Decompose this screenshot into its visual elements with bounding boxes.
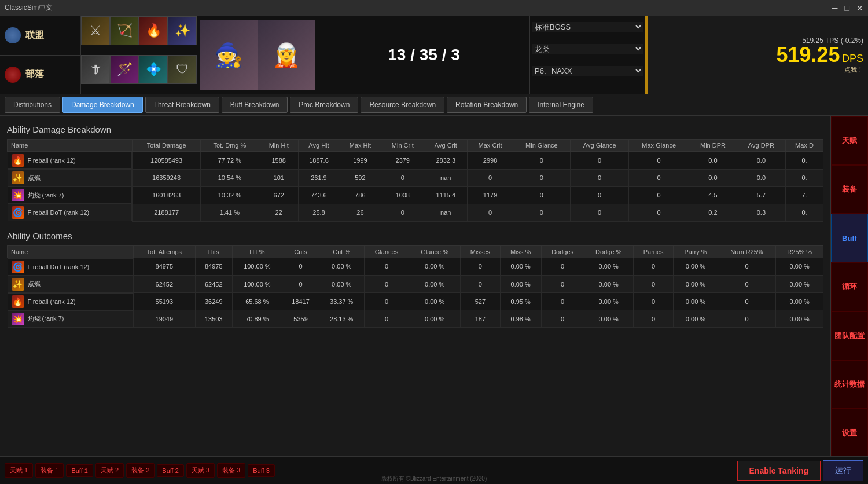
out-row-cell: 0 (282, 258, 319, 276)
row-cell: 10.32 % (200, 186, 259, 204)
minimize-button[interactable]: ─ (832, 3, 838, 13)
phase-select[interactable]: P6、NAXX (532, 66, 643, 76)
close-button[interactable]: ✕ (856, 3, 863, 13)
out-row-cell: 527 (460, 293, 500, 310)
row-name: 💥 灼烧 (rank 7) (8, 186, 133, 204)
out-row-cell: 84975 (133, 258, 195, 276)
tab-distributions[interactable]: Distributions (5, 97, 60, 113)
row-cell: 26 (339, 204, 381, 221)
alliance-button[interactable]: 联盟 (0, 16, 80, 56)
ability-outcomes-table: Name Tot. Attemps Hits Hit % Crits Crit … (7, 245, 823, 328)
skill-icon-fire[interactable]: 🔥 (139, 16, 168, 45)
out-row-cell: 0.00 % (584, 276, 633, 293)
sidebar-stats-btn[interactable]: 统计数据 (831, 360, 868, 409)
skill-icon-bow[interactable]: 🏹 (110, 16, 139, 45)
row-name: 🔥 Fireball (rank 12) (8, 152, 133, 169)
sidebar-buff-btn[interactable]: Buff (831, 214, 868, 262)
talent1-btn[interactable]: 天赋 1 (5, 463, 33, 478)
out-col-parries: Parries (633, 245, 674, 258)
boss-type-select[interactable]: 标准BOSS (532, 22, 643, 32)
skill-icon-wand[interactable]: 🪄 (110, 55, 139, 84)
skill-icon-shield[interactable]: 🛡 (168, 55, 197, 84)
out-row-name: ✨ 点燃 (8, 276, 133, 293)
row-cell: 16018263 (133, 186, 200, 204)
talent3-btn[interactable]: 天赋 3 (186, 463, 215, 478)
row-cell: 2998 (468, 152, 513, 170)
out-row-cell: 0.00 % (319, 258, 364, 276)
sidebar-equip-btn[interactable]: 装备 (831, 165, 868, 214)
out-row-cell: 0 (364, 258, 409, 276)
dps-panel[interactable]: 519.25 TPS (-0.2%) 519.25 DPS 点我！ (645, 16, 868, 94)
class-type-select[interactable]: 龙类 (532, 44, 643, 54)
row-cell: 672 (259, 186, 299, 204)
app-title: ClassicSim中文 (5, 3, 53, 13)
row-cell: 1179 (468, 186, 513, 204)
out-row-cell: 0 (282, 276, 319, 293)
skill-icon-sword[interactable]: ⚔ (81, 16, 110, 45)
tab-internal-engine[interactable]: Internal Engine (529, 97, 593, 113)
out-row-cell: 0 (541, 258, 584, 276)
buff3-btn[interactable]: Buff 3 (248, 464, 275, 477)
ability-icon: 🌀 (12, 206, 24, 219)
horde-button[interactable]: 部落 (0, 56, 80, 94)
sidebar-cycle-btn[interactable]: 循环 (831, 262, 868, 311)
dps-unit: DPS (842, 53, 863, 64)
portrait-face-1: 🧙 (200, 20, 258, 90)
run-button[interactable]: 运行 (823, 460, 863, 481)
enable-tanking-button[interactable]: Enable Tanking (737, 461, 821, 481)
equip1-btn[interactable]: 装备 1 (35, 463, 64, 478)
row-cell: 743.6 (299, 186, 339, 204)
sidebar-talent-btn[interactable]: 天赋 (831, 116, 868, 165)
out-row-cell: 0.00 % (776, 258, 823, 276)
out-row-cell: 13503 (195, 310, 232, 328)
buff1-btn[interactable]: Buff 1 (66, 464, 93, 477)
out-row-cell: 62452 (195, 276, 232, 293)
sidebar-team-btn[interactable]: 团队配置 (831, 311, 868, 360)
skill-icon-staff[interactable]: ✨ (168, 16, 197, 45)
row-cell: 1008 (381, 186, 424, 204)
skill-row-1: ⚔ 🏹 🔥 ✨ (81, 16, 197, 55)
tab-threat-breakdown[interactable]: Threat Breakdown (145, 97, 219, 113)
dps-click-label: 点我！ (652, 65, 863, 74)
out-row-cell: 0.00 % (584, 258, 633, 276)
ability-name: Fireball (rank 12) (28, 157, 76, 164)
ability-damage-row: ✨ 点燃 1635924310.54 %101261.95920nan00000… (8, 169, 823, 186)
skill-icon-magic[interactable]: 💠 (139, 55, 168, 84)
out-row-cell: 65.68 % (232, 293, 282, 310)
tab-rotation-breakdown[interactable]: Rotation Breakdown (447, 97, 527, 113)
out-col-parry-pct: Parry % (674, 245, 718, 258)
horde-label: 部落 (25, 68, 44, 80)
talent2-btn[interactable]: 天赋 2 (95, 463, 124, 478)
row-cell: 0 (513, 186, 571, 204)
out-row-name: 🔥 Fireball (rank 12) (8, 293, 133, 310)
buff2-btn[interactable]: Buff 2 (157, 464, 184, 477)
out-row-cell: 5359 (282, 310, 319, 328)
out-row-cell: 0 (718, 276, 776, 293)
ability-icon: 🌀 (12, 261, 24, 273)
skill-icon-dagger[interactable]: 🗡 (81, 55, 110, 84)
ability-name: Fireball DoT (rank 12) (28, 263, 90, 270)
row-cell: 0 (629, 152, 689, 170)
maximize-button[interactable]: □ (845, 3, 849, 13)
out-row-cell: 0.00 % (776, 293, 823, 310)
header: 联盟 部落 ⚔ 🏹 🔥 ✨ 🗡 🪄 💠 🛡 🧙 🧝 13 / (0, 16, 868, 94)
col-avg-glance: Avg Glance (571, 140, 629, 152)
row-cell: nan (424, 204, 468, 221)
out-row-cell: 0 (460, 258, 500, 276)
ability-outcomes-row: 🌀 Fireball DoT (rank 12) 8497584975100.0… (8, 258, 823, 276)
equip3-btn[interactable]: 装备 3 (217, 463, 245, 478)
out-row-cell: 0.00 % (319, 276, 364, 293)
tab-buff-breakdown[interactable]: Buff Breakdown (222, 97, 288, 113)
faction-panel: 联盟 部落 (0, 16, 81, 94)
out-row-cell: 0.00 % (674, 293, 718, 310)
row-cell: 0 (468, 204, 513, 221)
tab-proc-breakdown[interactable]: Proc Breakdown (290, 97, 358, 113)
tab-resource-breakdown[interactable]: Resource Breakdown (361, 97, 444, 113)
out-row-cell: 0 (364, 276, 409, 293)
out-row-cell: 0.00 % (409, 276, 461, 293)
title-bar: ClassicSim中文 ─ □ ✕ (0, 0, 868, 16)
equip2-btn[interactable]: 装备 2 (126, 463, 155, 478)
sidebar-settings-btn[interactable]: 设置 (831, 409, 868, 457)
row-cell: 7. (785, 186, 823, 204)
tab-damage-breakdown[interactable]: Damage Breakdown (62, 97, 143, 113)
